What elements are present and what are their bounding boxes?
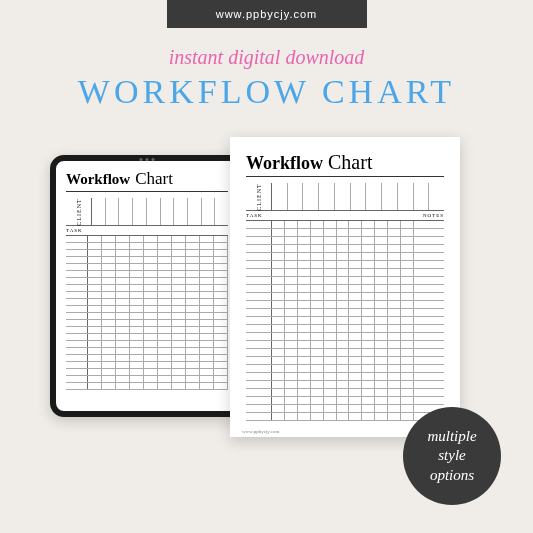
client-columns (272, 183, 444, 210)
sheet-title-word1: Workflow (246, 153, 323, 174)
notes-label: NOTES (423, 213, 444, 218)
badge-line3: options (430, 467, 474, 483)
badge-line2: style (438, 447, 466, 463)
client-header-row: CLIENT (246, 183, 444, 211)
product-title: WORKFLOW CHART (0, 73, 533, 111)
sheet-title-tablet: Workflow Chart (66, 169, 228, 192)
style-options-badge: multiple style options (403, 407, 501, 505)
tablet-camera-dots (140, 158, 155, 161)
worksheet-grid-tablet (66, 236, 228, 390)
client-label-cell: CLIENT (246, 183, 272, 210)
task-label: TASK (246, 213, 272, 218)
sheet-title-paper: Workflow Chart (246, 151, 444, 177)
badge-line1: multiple (427, 428, 476, 444)
task-label: TASK (66, 228, 92, 233)
client-header-row: CLIENT (66, 198, 228, 226)
sheet-title-word1: Workflow (66, 171, 130, 188)
client-columns (92, 198, 228, 225)
tagline-text: instant digital download (0, 46, 533, 69)
worksheet-grid-paper (246, 221, 444, 421)
website-url-bar: www.ppbycjy.com (167, 0, 367, 28)
sheet-footer-url: www.ppbycjy.com (242, 429, 279, 434)
client-label-cell: CLIENT (66, 198, 92, 225)
task-header-row: TASK NOTES (246, 211, 444, 221)
sheet-title-word2: Chart (328, 151, 372, 174)
task-header-row: TASK (66, 226, 228, 236)
website-url-text: www.ppbycjy.com (216, 8, 318, 20)
tablet-mockup: Workflow Chart CLIENT TASK (50, 155, 244, 417)
paper-mockup: Workflow Chart CLIENT TASK NOTES (230, 137, 460, 437)
sheet-title-word2: Chart (135, 169, 173, 189)
